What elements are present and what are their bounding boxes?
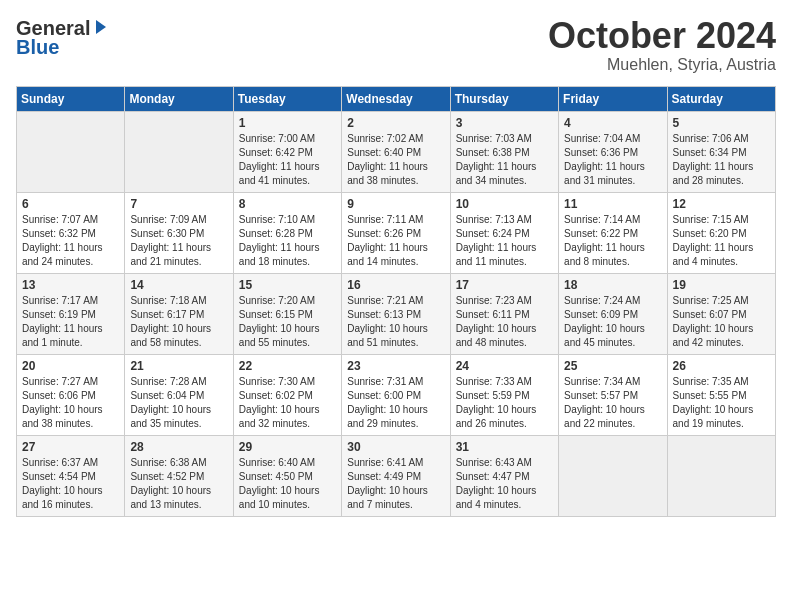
calendar-cell <box>667 435 775 516</box>
day-number: 21 <box>130 359 227 373</box>
logo: General Blue <box>16 16 108 59</box>
calendar-table: SundayMondayTuesdayWednesdayThursdayFrid… <box>16 86 776 517</box>
calendar-cell: 11Sunrise: 7:14 AM Sunset: 6:22 PM Dayli… <box>559 192 667 273</box>
calendar-cell: 18Sunrise: 7:24 AM Sunset: 6:09 PM Dayli… <box>559 273 667 354</box>
day-info: Sunrise: 7:18 AM Sunset: 6:17 PM Dayligh… <box>130 294 227 350</box>
day-info: Sunrise: 7:06 AM Sunset: 6:34 PM Dayligh… <box>673 132 770 188</box>
day-info: Sunrise: 7:28 AM Sunset: 6:04 PM Dayligh… <box>130 375 227 431</box>
day-info: Sunrise: 7:03 AM Sunset: 6:38 PM Dayligh… <box>456 132 553 188</box>
day-info: Sunrise: 7:15 AM Sunset: 6:20 PM Dayligh… <box>673 213 770 269</box>
day-info: Sunrise: 7:14 AM Sunset: 6:22 PM Dayligh… <box>564 213 661 269</box>
calendar-row: 1Sunrise: 7:00 AM Sunset: 6:42 PM Daylig… <box>17 111 776 192</box>
day-info: Sunrise: 7:34 AM Sunset: 5:57 PM Dayligh… <box>564 375 661 431</box>
day-number: 23 <box>347 359 444 373</box>
day-number: 30 <box>347 440 444 454</box>
day-number: 12 <box>673 197 770 211</box>
svg-marker-0 <box>96 20 106 34</box>
calendar-cell: 1Sunrise: 7:00 AM Sunset: 6:42 PM Daylig… <box>233 111 341 192</box>
calendar-cell: 31Sunrise: 6:43 AM Sunset: 4:47 PM Dayli… <box>450 435 558 516</box>
day-info: Sunrise: 7:02 AM Sunset: 6:40 PM Dayligh… <box>347 132 444 188</box>
calendar-header-row: SundayMondayTuesdayWednesdayThursdayFrid… <box>17 86 776 111</box>
calendar-cell: 3Sunrise: 7:03 AM Sunset: 6:38 PM Daylig… <box>450 111 558 192</box>
day-number: 11 <box>564 197 661 211</box>
day-number: 25 <box>564 359 661 373</box>
calendar-cell: 8Sunrise: 7:10 AM Sunset: 6:28 PM Daylig… <box>233 192 341 273</box>
calendar-cell: 26Sunrise: 7:35 AM Sunset: 5:55 PM Dayli… <box>667 354 775 435</box>
day-number: 7 <box>130 197 227 211</box>
logo-blue-text: Blue <box>16 36 59 59</box>
calendar-cell: 20Sunrise: 7:27 AM Sunset: 6:06 PM Dayli… <box>17 354 125 435</box>
day-info: Sunrise: 6:40 AM Sunset: 4:50 PM Dayligh… <box>239 456 336 512</box>
day-info: Sunrise: 7:27 AM Sunset: 6:06 PM Dayligh… <box>22 375 119 431</box>
calendar-row: 20Sunrise: 7:27 AM Sunset: 6:06 PM Dayli… <box>17 354 776 435</box>
day-number: 18 <box>564 278 661 292</box>
day-number: 8 <box>239 197 336 211</box>
day-info: Sunrise: 7:13 AM Sunset: 6:24 PM Dayligh… <box>456 213 553 269</box>
calendar-row: 6Sunrise: 7:07 AM Sunset: 6:32 PM Daylig… <box>17 192 776 273</box>
day-number: 20 <box>22 359 119 373</box>
calendar-cell: 23Sunrise: 7:31 AM Sunset: 6:00 PM Dayli… <box>342 354 450 435</box>
day-number: 10 <box>456 197 553 211</box>
calendar-cell: 25Sunrise: 7:34 AM Sunset: 5:57 PM Dayli… <box>559 354 667 435</box>
day-number: 17 <box>456 278 553 292</box>
weekday-header: Tuesday <box>233 86 341 111</box>
day-number: 5 <box>673 116 770 130</box>
calendar-cell: 27Sunrise: 6:37 AM Sunset: 4:54 PM Dayli… <box>17 435 125 516</box>
day-number: 13 <box>22 278 119 292</box>
day-info: Sunrise: 7:11 AM Sunset: 6:26 PM Dayligh… <box>347 213 444 269</box>
day-info: Sunrise: 7:07 AM Sunset: 6:32 PM Dayligh… <box>22 213 119 269</box>
day-info: Sunrise: 6:41 AM Sunset: 4:49 PM Dayligh… <box>347 456 444 512</box>
weekday-header: Friday <box>559 86 667 111</box>
calendar-cell: 22Sunrise: 7:30 AM Sunset: 6:02 PM Dayli… <box>233 354 341 435</box>
day-number: 9 <box>347 197 444 211</box>
day-info: Sunrise: 7:04 AM Sunset: 6:36 PM Dayligh… <box>564 132 661 188</box>
day-number: 4 <box>564 116 661 130</box>
weekday-header: Thursday <box>450 86 558 111</box>
day-info: Sunrise: 7:35 AM Sunset: 5:55 PM Dayligh… <box>673 375 770 431</box>
weekday-header: Monday <box>125 86 233 111</box>
day-number: 27 <box>22 440 119 454</box>
day-info: Sunrise: 7:17 AM Sunset: 6:19 PM Dayligh… <box>22 294 119 350</box>
calendar-cell <box>559 435 667 516</box>
day-number: 28 <box>130 440 227 454</box>
calendar-cell: 21Sunrise: 7:28 AM Sunset: 6:04 PM Dayli… <box>125 354 233 435</box>
day-info: Sunrise: 7:21 AM Sunset: 6:13 PM Dayligh… <box>347 294 444 350</box>
calendar-title: October 2024 <box>548 16 776 56</box>
day-number: 26 <box>673 359 770 373</box>
calendar-cell: 14Sunrise: 7:18 AM Sunset: 6:17 PM Dayli… <box>125 273 233 354</box>
calendar-cell: 19Sunrise: 7:25 AM Sunset: 6:07 PM Dayli… <box>667 273 775 354</box>
calendar-cell: 16Sunrise: 7:21 AM Sunset: 6:13 PM Dayli… <box>342 273 450 354</box>
calendar-cell: 5Sunrise: 7:06 AM Sunset: 6:34 PM Daylig… <box>667 111 775 192</box>
calendar-cell: 17Sunrise: 7:23 AM Sunset: 6:11 PM Dayli… <box>450 273 558 354</box>
title-block: October 2024 Muehlen, Styria, Austria <box>548 16 776 74</box>
day-info: Sunrise: 6:38 AM Sunset: 4:52 PM Dayligh… <box>130 456 227 512</box>
calendar-cell: 4Sunrise: 7:04 AM Sunset: 6:36 PM Daylig… <box>559 111 667 192</box>
day-info: Sunrise: 7:20 AM Sunset: 6:15 PM Dayligh… <box>239 294 336 350</box>
calendar-cell: 7Sunrise: 7:09 AM Sunset: 6:30 PM Daylig… <box>125 192 233 273</box>
day-number: 29 <box>239 440 336 454</box>
calendar-cell: 2Sunrise: 7:02 AM Sunset: 6:40 PM Daylig… <box>342 111 450 192</box>
calendar-cell: 12Sunrise: 7:15 AM Sunset: 6:20 PM Dayli… <box>667 192 775 273</box>
day-number: 19 <box>673 278 770 292</box>
day-number: 31 <box>456 440 553 454</box>
calendar-cell: 6Sunrise: 7:07 AM Sunset: 6:32 PM Daylig… <box>17 192 125 273</box>
weekday-header: Saturday <box>667 86 775 111</box>
calendar-cell: 10Sunrise: 7:13 AM Sunset: 6:24 PM Dayli… <box>450 192 558 273</box>
calendar-cell: 9Sunrise: 7:11 AM Sunset: 6:26 PM Daylig… <box>342 192 450 273</box>
day-info: Sunrise: 7:09 AM Sunset: 6:30 PM Dayligh… <box>130 213 227 269</box>
day-info: Sunrise: 7:25 AM Sunset: 6:07 PM Dayligh… <box>673 294 770 350</box>
day-number: 6 <box>22 197 119 211</box>
weekday-header: Wednesday <box>342 86 450 111</box>
calendar-row: 13Sunrise: 7:17 AM Sunset: 6:19 PM Dayli… <box>17 273 776 354</box>
calendar-cell: 13Sunrise: 7:17 AM Sunset: 6:19 PM Dayli… <box>17 273 125 354</box>
day-info: Sunrise: 7:00 AM Sunset: 6:42 PM Dayligh… <box>239 132 336 188</box>
day-info: Sunrise: 6:43 AM Sunset: 4:47 PM Dayligh… <box>456 456 553 512</box>
calendar-cell <box>125 111 233 192</box>
day-number: 16 <box>347 278 444 292</box>
page-header: General Blue October 2024 Muehlen, Styri… <box>16 16 776 74</box>
calendar-cell: 30Sunrise: 6:41 AM Sunset: 4:49 PM Dayli… <box>342 435 450 516</box>
day-info: Sunrise: 7:24 AM Sunset: 6:09 PM Dayligh… <box>564 294 661 350</box>
calendar-cell: 28Sunrise: 6:38 AM Sunset: 4:52 PM Dayli… <box>125 435 233 516</box>
day-number: 3 <box>456 116 553 130</box>
logo-arrow-icon <box>92 20 108 40</box>
